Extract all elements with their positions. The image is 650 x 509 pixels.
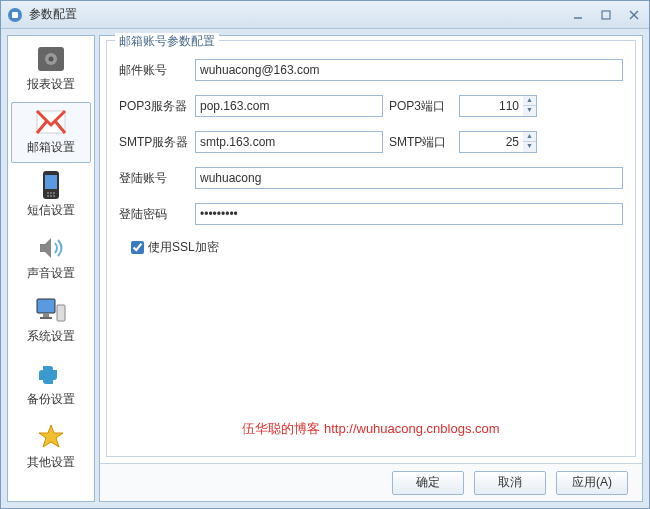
ok-button[interactable]: 确定	[392, 471, 464, 495]
svg-rect-20	[40, 317, 52, 319]
phone-icon	[33, 170, 69, 200]
sidebar-item-report[interactable]: 报表设置	[11, 39, 91, 100]
sidebar-item-label: 报表设置	[27, 76, 75, 93]
svg-point-15	[47, 195, 49, 197]
ssl-label: 使用SSL加密	[148, 239, 219, 256]
mailbox-form: 邮件账号 POP3服务器 POP3端口 ▲▼ SMTP服务器	[107, 41, 635, 446]
login-password-input[interactable]	[195, 203, 623, 225]
apply-button[interactable]: 应用(A)	[556, 471, 628, 495]
mail-icon	[33, 107, 69, 137]
svg-point-8	[49, 57, 54, 62]
window-controls	[569, 8, 643, 22]
svg-rect-19	[43, 313, 49, 317]
mail-account-input[interactable]	[195, 59, 623, 81]
sidebar-item-label: 系统设置	[27, 328, 75, 345]
mail-account-label: 邮件账号	[119, 62, 189, 79]
sidebar-item-label: 声音设置	[27, 265, 75, 282]
svg-rect-3	[602, 11, 610, 19]
star-icon	[33, 422, 69, 452]
group-title: 邮箱账号参数配置	[115, 33, 219, 50]
sidebar-item-sound[interactable]: 声音设置	[11, 228, 91, 289]
svg-point-14	[53, 192, 55, 194]
spin-down-button[interactable]: ▼	[523, 106, 536, 116]
mailbox-groupbox: 邮箱账号参数配置 邮件账号 POP3服务器 POP3端口 ▲▼	[106, 40, 636, 457]
pop3-port-spinner: ▲▼	[459, 95, 537, 117]
svg-rect-18	[37, 299, 55, 313]
maximize-button[interactable]	[597, 8, 615, 22]
login-password-label: 登陆密码	[119, 206, 189, 223]
sidebar-item-other[interactable]: 其他设置	[11, 417, 91, 478]
minimize-button[interactable]	[569, 8, 587, 22]
gear-icon	[33, 44, 69, 74]
row-login-account: 登陆账号	[119, 167, 623, 189]
row-mail-account: 邮件账号	[119, 59, 623, 81]
smtp-server-input[interactable]	[195, 131, 383, 153]
settings-window: 参数配置 报表设置 邮箱设置 短信设置 声音设置	[0, 0, 650, 509]
puzzle-icon	[33, 359, 69, 389]
spin-down-button[interactable]: ▼	[523, 142, 536, 152]
smtp-server-label: SMTP服务器	[119, 134, 189, 151]
sidebar-item-label: 其他设置	[27, 454, 75, 471]
body: 报表设置 邮箱设置 短信设置 声音设置 系统设置 备份设置	[1, 29, 649, 508]
cancel-button[interactable]: 取消	[474, 471, 546, 495]
svg-rect-21	[57, 305, 65, 321]
smtp-port-label: SMTP端口	[389, 134, 453, 151]
svg-rect-1	[12, 12, 18, 18]
row-login-password: 登陆密码	[119, 203, 623, 225]
speaker-icon	[33, 233, 69, 263]
sidebar-item-label: 短信设置	[27, 202, 75, 219]
smtp-port-input[interactable]	[459, 131, 523, 153]
spin-up-button[interactable]: ▲	[523, 96, 536, 106]
login-account-input[interactable]	[195, 167, 623, 189]
svg-point-13	[50, 192, 52, 194]
svg-rect-11	[45, 175, 57, 189]
sidebar: 报表设置 邮箱设置 短信设置 声音设置 系统设置 备份设置	[7, 35, 95, 502]
sidebar-item-mailbox[interactable]: 邮箱设置	[11, 102, 91, 163]
spin-up-button[interactable]: ▲	[523, 132, 536, 142]
login-account-label: 登陆账号	[119, 170, 189, 187]
pop3-server-input[interactable]	[195, 95, 383, 117]
sidebar-item-backup[interactable]: 备份设置	[11, 354, 91, 415]
sidebar-item-label: 邮箱设置	[27, 139, 75, 156]
svg-point-16	[50, 195, 52, 197]
sidebar-item-label: 备份设置	[27, 391, 75, 408]
sidebar-item-system[interactable]: 系统设置	[11, 291, 91, 352]
smtp-port-spinner: ▲▼	[459, 131, 537, 153]
computer-icon	[33, 296, 69, 326]
svg-point-17	[53, 195, 55, 197]
ssl-checkbox-row[interactable]: 使用SSL加密	[131, 239, 623, 256]
content-panel: 邮箱账号参数配置 邮件账号 POP3服务器 POP3端口 ▲▼	[99, 35, 643, 502]
footer: 确定 取消 应用(A)	[100, 463, 642, 501]
watermark-text: 伍华聪的博客 http://wuhuacong.cnblogs.com	[119, 420, 623, 438]
row-pop3: POP3服务器 POP3端口 ▲▼	[119, 95, 623, 117]
window-title: 参数配置	[29, 6, 569, 23]
pop3-port-input[interactable]	[459, 95, 523, 117]
svg-point-12	[47, 192, 49, 194]
pop3-port-label: POP3端口	[389, 98, 453, 115]
ssl-checkbox[interactable]	[131, 241, 144, 254]
sidebar-item-sms[interactable]: 短信设置	[11, 165, 91, 226]
app-icon	[7, 7, 23, 23]
titlebar: 参数配置	[1, 1, 649, 29]
pop3-server-label: POP3服务器	[119, 98, 189, 115]
row-smtp: SMTP服务器 SMTP端口 ▲▼	[119, 131, 623, 153]
close-button[interactable]	[625, 8, 643, 22]
